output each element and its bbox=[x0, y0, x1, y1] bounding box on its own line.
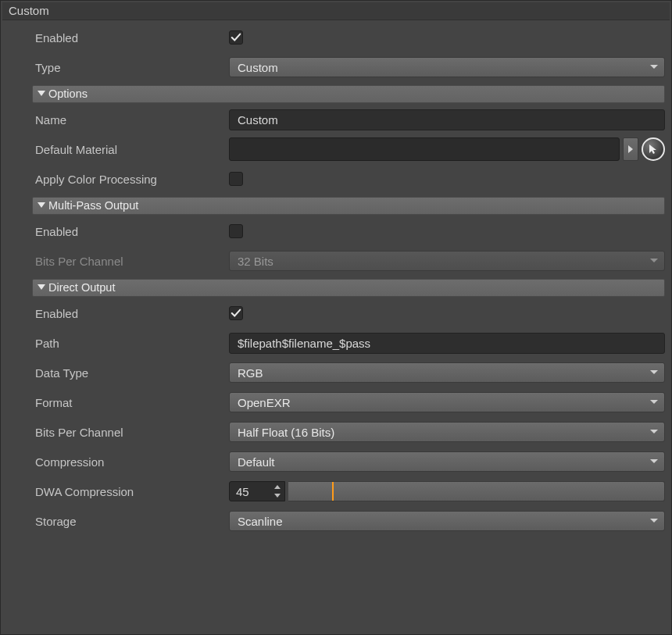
material-picker-button[interactable] bbox=[642, 137, 665, 161]
triangle-down-icon bbox=[274, 494, 281, 498]
chevron-down-icon bbox=[650, 370, 658, 375]
triangle-down-icon bbox=[38, 284, 45, 291]
chevron-down-icon bbox=[650, 430, 658, 434]
name-value: Custom bbox=[238, 113, 278, 127]
direct-section-header[interactable]: Direct Output bbox=[32, 279, 665, 297]
panel-title: Custom bbox=[2, 2, 670, 20]
do-bits-label: Bits Per Channel bbox=[35, 426, 229, 439]
storage-dropdown[interactable]: Scanline bbox=[229, 511, 665, 531]
storage-label: Storage bbox=[35, 515, 229, 528]
datatype-dropdown[interactable]: RGB bbox=[229, 362, 665, 383]
format-label: Format bbox=[35, 396, 229, 409]
check-icon bbox=[231, 32, 241, 43]
apply-color-label: Apply Color Processing bbox=[35, 173, 229, 186]
compression-dropdown[interactable]: Default bbox=[229, 451, 665, 472]
direct-header-label: Direct Output bbox=[48, 281, 115, 294]
mp-bits-dropdown: 32 Bits bbox=[229, 251, 665, 271]
mp-bits-value: 32 Bits bbox=[238, 255, 273, 268]
format-value: OpenEXR bbox=[238, 396, 291, 409]
triangle-down-icon bbox=[38, 91, 45, 97]
do-enabled-label: Enabled bbox=[35, 307, 229, 320]
mp-bits-label: Bits Per Channel bbox=[35, 255, 229, 268]
default-material-label: Default Material bbox=[35, 143, 229, 156]
enabled-checkbox[interactable] bbox=[229, 30, 243, 45]
name-label: Name bbox=[35, 113, 229, 127]
chevron-down-icon bbox=[650, 459, 658, 464]
path-value: $filepath$filename_$pass bbox=[238, 337, 370, 350]
options-section-header[interactable]: Options bbox=[32, 85, 665, 103]
dwa-value: 45 bbox=[236, 485, 249, 498]
cursor-icon bbox=[647, 143, 659, 155]
triangle-up-icon bbox=[274, 485, 281, 489]
chevron-down-icon bbox=[650, 65, 658, 70]
do-bits-dropdown[interactable]: Half Float (16 Bits) bbox=[229, 422, 665, 442]
multipass-header-label: Multi-Pass Output bbox=[48, 199, 138, 212]
type-value: Custom bbox=[238, 61, 278, 74]
enabled-label: Enabled bbox=[35, 31, 229, 45]
dwa-number-input[interactable]: 45 bbox=[229, 481, 285, 501]
spin-up-button[interactable] bbox=[273, 483, 282, 491]
compression-label: Compression bbox=[35, 455, 229, 469]
dwa-slider[interactable] bbox=[288, 481, 665, 501]
spin-down-button[interactable] bbox=[273, 492, 282, 499]
material-browse-button[interactable] bbox=[623, 137, 638, 161]
options-header-label: Options bbox=[48, 87, 88, 100]
do-bits-value: Half Float (16 Bits) bbox=[238, 426, 334, 439]
datatype-value: RGB bbox=[238, 366, 263, 380]
mp-enabled-label: Enabled bbox=[35, 225, 229, 238]
mp-enabled-checkbox[interactable] bbox=[229, 224, 243, 238]
path-label: Path bbox=[35, 337, 229, 350]
chevron-down-icon bbox=[650, 259, 658, 263]
datatype-label: Data Type bbox=[35, 366, 229, 380]
chevron-down-icon bbox=[650, 400, 658, 405]
compression-value: Default bbox=[238, 455, 275, 469]
format-dropdown[interactable]: OpenEXR bbox=[229, 392, 665, 412]
type-label: Type bbox=[35, 61, 229, 74]
storage-value: Scanline bbox=[238, 515, 283, 528]
triangle-down-icon bbox=[38, 202, 45, 209]
do-enabled-checkbox[interactable] bbox=[229, 306, 243, 320]
dwa-label: DWA Compression bbox=[35, 485, 229, 498]
default-material-field[interactable] bbox=[229, 137, 620, 161]
check-icon bbox=[231, 308, 241, 319]
apply-color-checkbox[interactable] bbox=[229, 172, 243, 186]
multipass-section-header[interactable]: Multi-Pass Output bbox=[32, 197, 665, 215]
name-input[interactable]: Custom bbox=[229, 109, 665, 130]
path-input[interactable]: $filepath$filename_$pass bbox=[229, 333, 665, 354]
triangle-right-icon bbox=[627, 145, 634, 153]
type-dropdown[interactable]: Custom bbox=[229, 57, 665, 77]
chevron-down-icon bbox=[650, 519, 658, 523]
dwa-slider-fill bbox=[288, 482, 334, 501]
